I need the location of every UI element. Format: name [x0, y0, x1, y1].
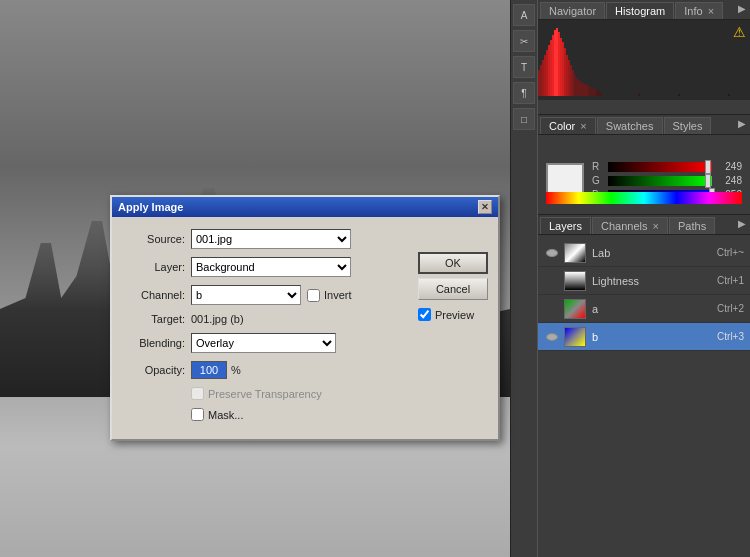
- svg-rect-3: [544, 55, 546, 96]
- invert-checkbox-label[interactable]: Invert: [307, 289, 352, 302]
- layer-thumb-lightness: [564, 271, 586, 291]
- tab-channels-close[interactable]: ×: [653, 220, 659, 232]
- eye-icon-lab: [546, 249, 558, 257]
- opacity-unit: %: [231, 364, 241, 376]
- color-controls: R 249 G 248 B 252: [538, 135, 750, 210]
- tab-styles[interactable]: Styles: [664, 117, 712, 134]
- tab-swatches[interactable]: Swatches: [597, 117, 663, 134]
- mask-checkbox[interactable]: [191, 408, 204, 421]
- source-row: Source: 001.jpg: [126, 229, 484, 249]
- color-panel-menu-btn[interactable]: ▶: [738, 118, 746, 129]
- red-thumb[interactable]: [705, 160, 711, 174]
- tab-info[interactable]: Info ×: [675, 2, 723, 19]
- svg-rect-13: [564, 48, 566, 96]
- layer-visibility-a[interactable]: [544, 301, 560, 317]
- svg-rect-20: [578, 80, 580, 96]
- green-value: 248: [716, 175, 742, 186]
- tool-paragraph[interactable]: ¶: [513, 82, 535, 104]
- svg-rect-14: [566, 55, 568, 96]
- histogram-area: ⚠: [538, 20, 750, 100]
- invert-checkbox[interactable]: [307, 289, 320, 302]
- svg-rect-15: [568, 60, 570, 96]
- svg-rect-31: [600, 92, 602, 96]
- blending-label: Blending:: [126, 337, 191, 349]
- red-slider[interactable]: [608, 162, 712, 172]
- opacity-row: Opacity: %: [126, 361, 484, 379]
- rainbow-bar[interactable]: [546, 192, 742, 204]
- svg-rect-7: [552, 35, 554, 96]
- mask-label[interactable]: Mask...: [191, 408, 243, 421]
- tab-info-close[interactable]: ×: [708, 5, 714, 17]
- top-panel-tabs: Navigator Histogram Info × ▶: [538, 0, 750, 20]
- tab-paths[interactable]: Paths: [669, 217, 715, 234]
- layer-row-lightness[interactable]: Lightness Ctrl+1: [538, 267, 750, 295]
- svg-rect-33: [678, 94, 680, 96]
- channel-label: Channel:: [126, 289, 191, 301]
- tab-color-close[interactable]: ×: [580, 120, 586, 132]
- histogram-chart: [538, 20, 750, 96]
- tool-shape[interactable]: □: [513, 108, 535, 130]
- top-right-panel: Navigator Histogram Info × ▶ ⚠: [538, 0, 750, 115]
- layer-visibility-b[interactable]: [544, 329, 560, 345]
- layers-panel-tabs: Layers Channels × Paths ▶: [538, 215, 750, 235]
- channel-select[interactable]: b: [191, 285, 301, 305]
- layer-visibility-lab[interactable]: [544, 245, 560, 261]
- svg-rect-25: [588, 86, 590, 96]
- svg-rect-19: [576, 78, 578, 96]
- layers-panel-menu-btn[interactable]: ▶: [738, 218, 746, 229]
- mask-row: Mask...: [126, 408, 484, 421]
- layer-row-a[interactable]: a Ctrl+2: [538, 295, 750, 323]
- target-value: 001.jpg (b): [191, 313, 244, 325]
- red-row: R 249: [592, 161, 742, 172]
- tool-arrow[interactable]: A: [513, 4, 535, 26]
- target-label: Target:: [126, 313, 191, 325]
- preserve-checkbox: [191, 387, 204, 400]
- layer-name-lightness: Lightness: [592, 275, 713, 287]
- panel-menu-btn[interactable]: ▶: [738, 3, 746, 14]
- svg-rect-10: [558, 32, 560, 96]
- svg-rect-5: [548, 45, 550, 96]
- svg-rect-23: [584, 84, 586, 96]
- tab-color[interactable]: Color ×: [540, 117, 596, 134]
- source-select[interactable]: 001.jpg: [191, 229, 351, 249]
- layer-select[interactable]: Background: [191, 257, 351, 277]
- ok-button[interactable]: OK: [418, 252, 488, 274]
- tool-text[interactable]: T: [513, 56, 535, 78]
- histogram-warning-icon: ⚠: [733, 24, 746, 40]
- layers-list: Lab Ctrl+~ Lightness Ctrl+1 a Ctrl+2 b C…: [538, 235, 750, 355]
- tab-navigator[interactable]: Navigator: [540, 2, 605, 19]
- dialog-body: Source: 001.jpg Layer: Background Channe…: [112, 217, 498, 439]
- svg-rect-16: [570, 65, 572, 96]
- svg-rect-18: [574, 75, 576, 96]
- svg-rect-17: [572, 70, 574, 96]
- green-thumb[interactable]: [705, 174, 711, 188]
- opacity-label: Opacity:: [126, 364, 191, 376]
- blending-select[interactable]: Overlay Normal Multiply Screen: [191, 333, 336, 353]
- layer-row-lab[interactable]: Lab Ctrl+~: [538, 239, 750, 267]
- layer-thumb-lab: [564, 243, 586, 263]
- svg-rect-11: [560, 38, 562, 96]
- tool-select[interactable]: ✂: [513, 30, 535, 52]
- tab-layers[interactable]: Layers: [540, 217, 591, 234]
- svg-rect-32: [638, 93, 640, 96]
- green-row: G 248: [592, 175, 742, 186]
- layer-label: Layer:: [126, 261, 191, 273]
- cancel-button[interactable]: Cancel: [418, 278, 488, 300]
- svg-rect-22: [582, 83, 584, 96]
- layer-shortcut-a: Ctrl+2: [717, 303, 744, 314]
- green-slider[interactable]: [608, 176, 712, 186]
- svg-rect-2: [542, 60, 544, 96]
- opacity-input[interactable]: [191, 361, 227, 379]
- layer-visibility-lightness[interactable]: [544, 273, 560, 289]
- preserve-row: Preserve Transparency: [126, 387, 484, 400]
- tab-histogram[interactable]: Histogram: [606, 2, 674, 19]
- dialog-close-button[interactable]: ✕: [478, 200, 492, 214]
- svg-rect-27: [592, 88, 594, 96]
- preview-checkbox[interactable]: [418, 308, 431, 321]
- color-panel: Color × Swatches Styles ▶ R 249 G 248: [538, 115, 750, 215]
- layer-row-b[interactable]: b Ctrl+3: [538, 323, 750, 351]
- tab-channels[interactable]: Channels ×: [592, 217, 668, 234]
- preserve-label: Preserve Transparency: [191, 387, 322, 400]
- apply-image-dialog: Apply Image ✕ Source: 001.jpg Layer: Bac…: [110, 195, 500, 441]
- dialog-title-bar: Apply Image ✕: [112, 197, 498, 217]
